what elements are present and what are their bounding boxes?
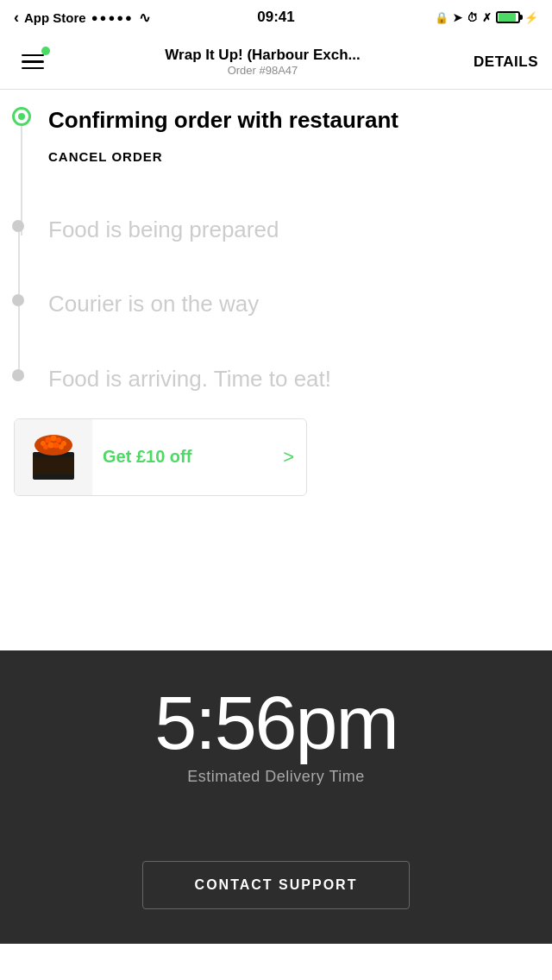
dark-footer: 5:56pm Estimated Delivery Time CONTACT S… xyxy=(0,650,552,944)
svg-point-9 xyxy=(43,444,48,449)
promo-arrow-icon: > xyxy=(283,446,306,468)
step-line-2 xyxy=(18,229,20,303)
step-content-preparing: Food is being prepared xyxy=(31,217,552,243)
promo-image xyxy=(15,418,92,496)
hamburger-icon[interactable] xyxy=(22,54,44,70)
alarm-icon: ⏱ xyxy=(467,11,478,24)
step-line-1 xyxy=(21,126,22,236)
svg-point-10 xyxy=(48,442,54,448)
step-content-arriving: Food is arriving. Time to eat! xyxy=(31,366,552,393)
main-content: Confirming order with restaurant CANCEL … xyxy=(0,90,552,650)
header-center: Wrap It Up! (Harbour Exch... Order #98A4… xyxy=(52,47,474,77)
bluetooth-icon: ✗ xyxy=(482,11,492,24)
menu-button[interactable] xyxy=(14,43,52,81)
step-confirming: Confirming order with restaurant CANCEL … xyxy=(31,107,552,217)
step-content-courier: Courier is on the way xyxy=(31,291,552,317)
header-title: Wrap It Up! (Harbour Exch... xyxy=(52,47,474,64)
status-left: ‹ App Store ●●●●● ∿ xyxy=(14,9,150,27)
status-bar: ‹ App Store ●●●●● ∿ 09:41 🔒 ➤ ⏱ ✗ ⚡ xyxy=(0,0,552,35)
contact-support-button[interactable]: CONTACT SUPPORT xyxy=(142,861,411,909)
step-preparing: Food is being prepared xyxy=(31,217,552,291)
step-dot-inactive-3 xyxy=(12,369,24,381)
charging-icon: ⚡ xyxy=(524,11,538,24)
status-time: 09:41 xyxy=(257,9,294,26)
location-icon: ➤ xyxy=(453,11,462,24)
promo-text: Get £10 off xyxy=(92,447,283,467)
notification-dot xyxy=(41,47,50,55)
delivery-time: 5:56pm xyxy=(154,685,398,761)
step-dot-active xyxy=(12,107,31,126)
header-order-id: Order #98A47 xyxy=(52,64,474,77)
svg-rect-2 xyxy=(33,474,74,480)
step-title-courier: Courier is on the way xyxy=(48,291,552,317)
step-title-preparing: Food is being prepared xyxy=(48,217,552,243)
order-steps: Confirming order with restaurant CANCEL … xyxy=(0,107,552,410)
header: Wrap It Up! (Harbour Exch... Order #98A4… xyxy=(0,35,552,90)
step-content-confirming: Confirming order with restaurant CANCEL … xyxy=(31,107,552,165)
step-arriving: Food is arriving. Time to eat! xyxy=(31,366,552,410)
delivery-label: Estimated Delivery Time xyxy=(154,768,398,786)
svg-point-11 xyxy=(53,442,60,448)
svg-point-12 xyxy=(59,444,64,449)
promo-banner[interactable]: Get £10 off > xyxy=(14,418,307,496)
step-courier: Courier is on the way xyxy=(31,291,552,365)
cancel-order-button[interactable]: CANCEL ORDER xyxy=(48,149,163,164)
signal-dots: ●●●●● xyxy=(91,11,134,24)
status-right: 🔒 ➤ ⏱ ✗ ⚡ xyxy=(435,11,538,24)
delivery-info: 5:56pm Estimated Delivery Time xyxy=(154,685,398,786)
battery-icon xyxy=(496,11,520,23)
step-dot-inactive-2 xyxy=(12,294,24,306)
sushi-icon xyxy=(22,426,85,488)
svg-point-6 xyxy=(51,435,57,441)
step-title-confirming: Confirming order with restaurant xyxy=(48,107,552,134)
svg-point-5 xyxy=(46,437,52,443)
back-arrow-icon: ‹ xyxy=(14,9,19,27)
svg-point-7 xyxy=(56,437,61,443)
wifi-icon: ∿ xyxy=(139,9,150,26)
carrier-label: App Store xyxy=(24,10,86,25)
lock-icon: 🔒 xyxy=(435,11,448,24)
details-button[interactable]: DETAILS xyxy=(474,53,538,71)
step-indicator-active xyxy=(12,107,31,126)
step-title-arriving: Food is arriving. Time to eat! xyxy=(48,366,552,393)
step-line-3 xyxy=(18,303,20,377)
